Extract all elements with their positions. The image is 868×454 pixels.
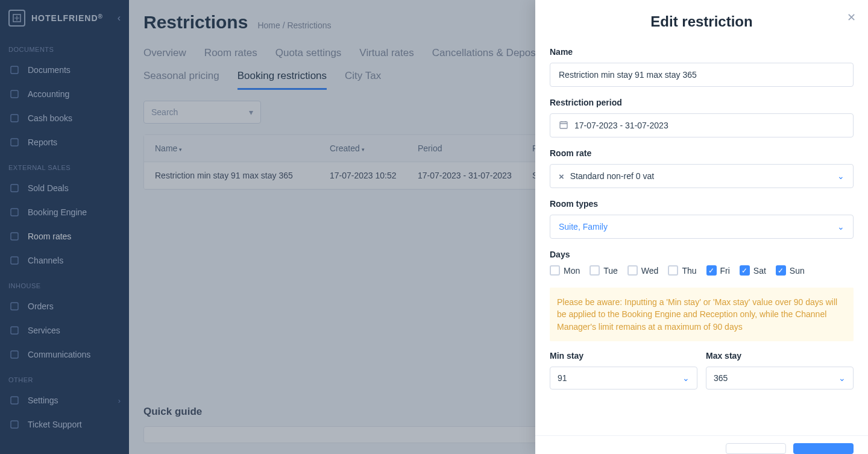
label-min-stay: Min stay	[550, 351, 697, 361]
chevron-down-icon: ⌄	[837, 222, 844, 232]
day-wed[interactable]: Wed	[627, 265, 659, 276]
min-stay-value: 91	[558, 373, 567, 383]
day-label: Mon	[564, 266, 580, 276]
day-fri[interactable]: ✓Fri	[706, 265, 730, 276]
calendar-icon	[559, 120, 568, 131]
day-label: Thu	[682, 266, 696, 276]
remove-tag-icon[interactable]: ×	[559, 171, 564, 181]
drawer-title: Edit restriction	[650, 13, 752, 30]
day-label: Sat	[753, 266, 766, 276]
close-icon[interactable]: ✕	[847, 11, 856, 24]
days-row: MonTueWedThu✓Fri✓Sat✓Sun	[550, 265, 854, 276]
drawer-header: Edit restriction ✕	[535, 0, 868, 36]
checkbox-icon: ✓	[776, 265, 786, 276]
max-stay-select[interactable]: 365 ⌄	[706, 367, 854, 389]
day-label: Tue	[603, 266, 618, 276]
checkbox-icon	[550, 265, 560, 276]
label-max-stay: Max stay	[706, 351, 854, 361]
day-thu[interactable]: Thu	[668, 265, 696, 276]
edit-restriction-drawer: Edit restriction ✕ Name Restriction peri…	[535, 0, 868, 454]
label-room-types: Room types	[550, 199, 854, 209]
chevron-down-icon: ⌄	[682, 373, 690, 383]
day-label: Sun	[790, 266, 805, 276]
label-days: Days	[550, 250, 854, 259]
checkbox-icon: ✓	[706, 265, 717, 276]
name-input[interactable]	[550, 63, 854, 87]
warning-box: Please be aware: Inputting a 'Min stay' …	[550, 288, 854, 341]
day-sun[interactable]: ✓Sun	[776, 265, 805, 276]
drawer-footer	[535, 435, 868, 454]
label-name: Name	[550, 47, 854, 57]
room-types-select[interactable]: Suite, Family ⌄	[550, 215, 854, 239]
room-rate-select[interactable]: × Standard non-ref 0 vat ⌄	[550, 164, 854, 188]
day-label: Fri	[720, 266, 730, 276]
restriction-period-input[interactable]: 17-07-2023 - 31-07-2023	[550, 113, 854, 137]
day-label: Wed	[641, 266, 659, 276]
day-sat[interactable]: ✓Sat	[740, 265, 766, 276]
room-rate-value: Standard non-ref 0 vat	[570, 171, 654, 181]
chevron-down-icon: ⌄	[838, 373, 846, 383]
checkbox-icon	[668, 265, 678, 276]
checkbox-icon	[627, 265, 638, 276]
day-tue[interactable]: Tue	[590, 265, 618, 276]
room-types-value: Suite, Family	[559, 222, 608, 232]
day-mon[interactable]: Mon	[550, 265, 580, 276]
restriction-period-value: 17-07-2023 - 31-07-2023	[574, 121, 668, 130]
checkbox-icon	[590, 265, 600, 276]
cancel-button[interactable]	[726, 443, 786, 454]
checkbox-icon: ✓	[740, 265, 750, 276]
save-button[interactable]	[793, 443, 854, 454]
min-stay-select[interactable]: 91 ⌄	[550, 367, 697, 389]
svg-rect-14	[560, 122, 567, 128]
label-restriction-period: Restriction period	[550, 98, 854, 107]
chevron-down-icon: ⌄	[837, 171, 844, 181]
label-room-rate: Room rate	[550, 148, 854, 158]
max-stay-value: 365	[714, 373, 728, 383]
drawer-body: Name Restriction period 17-07-2023 - 31-…	[535, 36, 868, 435]
